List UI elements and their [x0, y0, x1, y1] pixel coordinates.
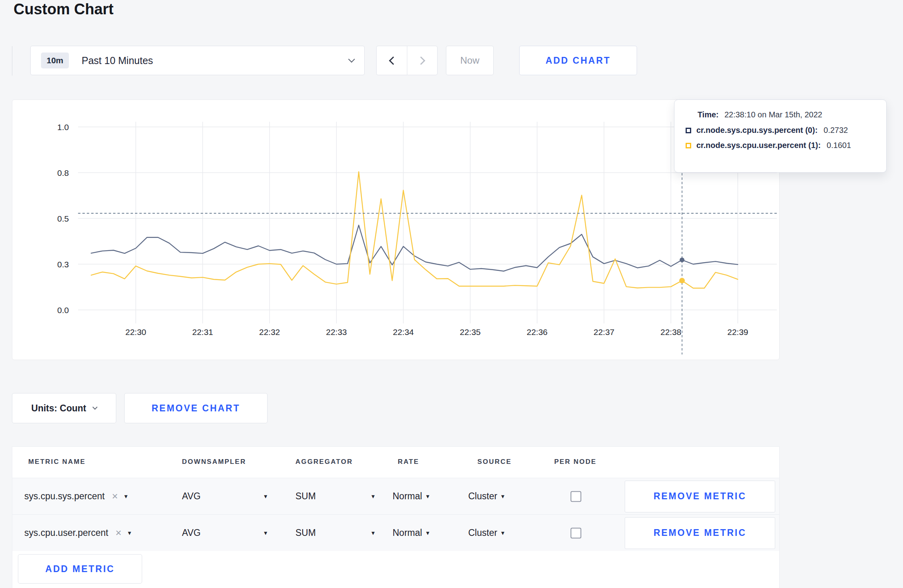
svg-text:22:30: 22:30	[125, 327, 147, 337]
col-header-per-node: PER NODE	[554, 458, 596, 466]
metric-name-select[interactable]: sys.cpu.user.percent × ▾	[24, 515, 131, 551]
svg-text:22:37: 22:37	[594, 327, 615, 337]
rate-value: Normal	[393, 491, 422, 502]
next-time-button[interactable]	[407, 46, 438, 75]
caret-down-icon: ▾	[371, 493, 375, 500]
chart-tooltip: Time: 22:38:10 on Mar 15th, 2022 cr.node…	[674, 99, 887, 173]
metric-name-select[interactable]: sys.cpu.sys.percent × ▾	[24, 478, 127, 514]
add-chart-button[interactable]: ADD CHART	[519, 46, 637, 75]
tooltip-sys-value: 0.2732	[824, 126, 848, 135]
svg-text:22:34: 22:34	[393, 327, 414, 337]
page-title: Custom Chart	[14, 1, 113, 18]
units-label: Units: Count	[31, 403, 86, 414]
chart-svg[interactable]: 22:3022:3122:3222:3322:3422:3522:3622:37…	[12, 100, 779, 360]
caret-down-icon: ▾	[264, 529, 267, 537]
col-header-downsampler: DOWNSAMPLER	[182, 458, 246, 466]
col-header-aggregator: AGGREGATOR	[295, 458, 353, 466]
caret-down-icon: ▾	[426, 493, 429, 500]
rate-select[interactable]: Normal ▾	[393, 478, 429, 514]
source-value: Cluster	[468, 491, 497, 502]
metrics-rows: sys.cpu.sys.percent × ▾ AVG ▾ SUM ▾ Norm…	[12, 478, 779, 551]
time-range-dropdown[interactable]: 10m Past 10 Minutes	[30, 46, 365, 75]
time-pager	[376, 46, 438, 75]
time-range-label: Past 10 Minutes	[82, 55, 349, 66]
chevron-down-icon	[348, 56, 355, 63]
downsampler-select[interactable]: AVG ▾	[182, 478, 267, 514]
svg-text:22:39: 22:39	[727, 327, 749, 337]
metric-row: sys.cpu.user.percent × ▾ AVG ▾ SUM ▾ Nor…	[12, 514, 779, 551]
aggregator-select[interactable]: SUM ▾	[295, 515, 375, 551]
aggregator-select[interactable]: SUM ▾	[295, 478, 375, 514]
tooltip-time: Time: 22:38:10 on Mar 15th, 2022	[698, 110, 875, 119]
rate-value: Normal	[393, 528, 422, 538]
downsampler-value: AVG	[182, 528, 201, 538]
tooltip-time-value: 22:38:10 on Mar 15th, 2022	[724, 110, 822, 119]
add-metric-button[interactable]: ADD METRIC	[18, 554, 142, 584]
close-icon[interactable]: ×	[115, 527, 121, 539]
source-value: Cluster	[468, 528, 497, 538]
now-button[interactable]: Now	[446, 46, 494, 75]
svg-text:22:31: 22:31	[192, 327, 213, 337]
tooltip-user-label: cr.node.sys.cpu.user.percent (1):	[696, 141, 821, 150]
user-series-swatch-icon	[686, 143, 691, 148]
svg-text:1.0: 1.0	[57, 123, 69, 132]
remove-metric-button[interactable]: REMOVE METRIC	[625, 517, 775, 549]
svg-text:22:32: 22:32	[259, 327, 280, 337]
chevron-left-icon	[389, 56, 397, 64]
downsampler-value: AVG	[182, 491, 201, 502]
close-icon[interactable]: ×	[112, 490, 118, 502]
toolbar-divider	[12, 46, 12, 76]
remove-metric-button[interactable]: REMOVE METRIC	[625, 481, 775, 512]
per-node-checkbox[interactable]	[571, 528, 581, 538]
metrics-table-header: METRIC NAME DOWNSAMPLER AGGREGATOR RATE …	[12, 447, 779, 478]
svg-text:0.5: 0.5	[57, 214, 69, 223]
source-select[interactable]: Cluster ▾	[468, 478, 504, 514]
caret-down-icon: ▾	[371, 529, 375, 537]
metric-row: sys.cpu.sys.percent × ▾ AVG ▾ SUM ▾ Norm…	[12, 478, 779, 514]
caret-down-icon: ▾	[501, 529, 504, 537]
metric-name-value: sys.cpu.sys.percent	[24, 491, 105, 502]
col-header-rate: RATE	[398, 458, 419, 466]
caret-down-icon: ▾	[264, 493, 267, 500]
svg-text:0.3: 0.3	[57, 260, 69, 269]
caret-down-icon: ▾	[124, 493, 127, 500]
aggregator-value: SUM	[295, 491, 316, 502]
chart-card: 22:3022:3122:3222:3322:3422:3522:3622:37…	[12, 99, 780, 360]
per-node-checkbox[interactable]	[571, 491, 581, 502]
tooltip-series-row-sys: cr.node.sys.cpu.sys.percent (0): 0.2732	[686, 126, 875, 135]
units-dropdown[interactable]: Units: Count	[12, 393, 116, 423]
rate-select[interactable]: Normal ▾	[393, 515, 429, 551]
tooltip-user-value: 0.1601	[827, 141, 851, 150]
metrics-table: METRIC NAME DOWNSAMPLER AGGREGATOR RATE …	[12, 446, 780, 588]
downsampler-select[interactable]: AVG ▾	[182, 515, 267, 551]
aggregator-value: SUM	[295, 528, 316, 538]
chevron-right-icon	[417, 56, 425, 64]
tooltip-time-label: Time:	[698, 110, 719, 119]
tooltip-sys-label: cr.node.sys.cpu.sys.percent (0):	[696, 126, 818, 135]
col-header-metric-name: METRIC NAME	[28, 458, 86, 466]
prev-time-button[interactable]	[376, 46, 407, 75]
sys-series-swatch-icon	[686, 128, 691, 133]
caret-down-icon: ▾	[426, 529, 429, 537]
svg-text:22:35: 22:35	[460, 327, 481, 337]
svg-text:0.8: 0.8	[57, 168, 69, 177]
source-select[interactable]: Cluster ▾	[468, 515, 504, 551]
metric-name-value: sys.cpu.user.percent	[24, 528, 108, 538]
svg-text:22:36: 22:36	[527, 327, 548, 337]
svg-text:22:33: 22:33	[326, 327, 347, 337]
tooltip-series-row-user: cr.node.sys.cpu.user.percent (1): 0.1601	[686, 141, 875, 150]
chevron-down-icon	[93, 405, 98, 410]
caret-down-icon: ▾	[128, 529, 131, 537]
remove-chart-button[interactable]: REMOVE CHART	[124, 393, 268, 423]
svg-text:22:38: 22:38	[661, 327, 682, 337]
caret-down-icon: ▾	[501, 493, 504, 500]
col-header-source: SOURCE	[477, 458, 512, 466]
svg-text:0.0: 0.0	[57, 306, 69, 315]
time-range-badge: 10m	[41, 53, 69, 68]
